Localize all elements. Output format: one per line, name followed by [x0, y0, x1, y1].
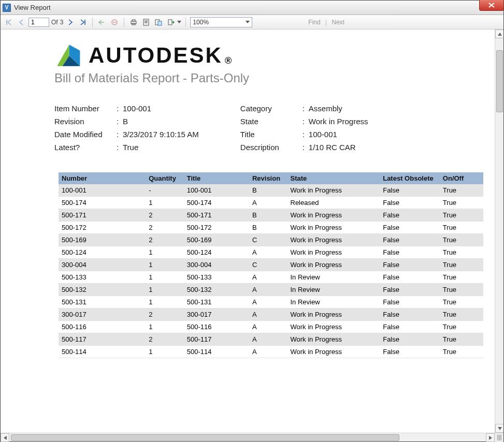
- table-row[interactable]: 500-1331500-133AIn ReviewFalseTrue: [59, 271, 483, 284]
- table-cell: False: [380, 197, 440, 209]
- table-row[interactable]: 500-1241500-124AWork in ProgressFalseTru…: [59, 246, 483, 259]
- meta-value: 1/10 RC CAR: [309, 143, 368, 152]
- table-cell: False: [380, 271, 440, 284]
- close-button[interactable]: [479, 0, 504, 11]
- table-cell: False: [380, 333, 440, 346]
- table-cell: 500-114: [184, 346, 249, 358]
- table-cell: C: [249, 259, 287, 271]
- meta-label: Category: [240, 104, 303, 113]
- vertical-scroll-thumb[interactable]: [496, 50, 503, 112]
- export-button[interactable]: [166, 17, 176, 27]
- table-cell: 2: [146, 222, 184, 234]
- resize-grip[interactable]: [495, 433, 503, 442]
- table-cell: C: [249, 234, 287, 246]
- scroll-left-button[interactable]: [1, 433, 9, 442]
- table-cell: Work in Progress: [287, 308, 380, 321]
- report-area[interactable]: AUTODESK® Bill of Materials Report - Par…: [1, 30, 495, 433]
- table-cell: 500-116: [184, 321, 249, 333]
- export-dropdown-caret-icon[interactable]: [177, 21, 181, 23]
- table-cell: 1: [146, 197, 184, 209]
- meta-grid: Item Number:100-001Revision:BDate Modifi…: [54, 104, 487, 152]
- brand-wordmark: AUTODESK®: [89, 43, 233, 68]
- table-cell: B: [249, 209, 287, 222]
- table-row[interactable]: 500-1712500-171BWork in ProgressFalseTru…: [59, 209, 483, 222]
- table-row[interactable]: 500-1321500-132AIn ReviewFalseTrue: [59, 284, 483, 296]
- export-icon: [167, 19, 175, 26]
- table-cell: False: [380, 346, 440, 358]
- table-cell: False: [380, 259, 440, 271]
- scroll-up-button[interactable]: [495, 30, 503, 38]
- table-cell: In Review: [287, 284, 380, 296]
- meta-label: Title: [240, 130, 303, 139]
- table-row[interactable]: 300-0041300-004CWork in ProgressFalseTru…: [59, 259, 483, 271]
- scroll-down-button[interactable]: [495, 424, 503, 433]
- table-row[interactable]: 500-1311500-131AIn ReviewFalseTrue: [59, 296, 483, 308]
- column-header[interactable]: Latest Obsolete: [380, 172, 440, 184]
- column-header[interactable]: Title: [184, 172, 249, 184]
- table-cell: True: [440, 284, 483, 296]
- column-header[interactable]: On/Off: [440, 172, 483, 184]
- print-layout-button[interactable]: [141, 17, 151, 27]
- table-row[interactable]: 500-1741500-174AReleasedFalseTrue: [59, 197, 483, 209]
- table-cell: False: [380, 209, 440, 222]
- prev-page-button[interactable]: [16, 17, 26, 27]
- table-cell: 500-132: [184, 284, 249, 296]
- table-cell: False: [380, 234, 440, 246]
- table-cell: 1: [146, 259, 184, 271]
- table-row[interactable]: 500-1722500-172BWork in ProgressFalseTru…: [59, 222, 483, 234]
- chevron-up-icon: [498, 33, 502, 36]
- prev-page-icon: [19, 19, 24, 25]
- table-cell: 500-174: [184, 197, 249, 209]
- table-row[interactable]: 500-1161500-116AWork in ProgressFalseTru…: [59, 321, 483, 333]
- horizontal-scroll-thumb[interactable]: [11, 434, 399, 441]
- last-page-button[interactable]: [78, 17, 88, 27]
- table-row[interactable]: 300-0172300-017AWork in ProgressFalseTru…: [59, 308, 483, 321]
- chevron-left-icon: [4, 436, 7, 440]
- table-row[interactable]: 500-1172500-117AWork in ProgressFalseTru…: [59, 333, 483, 346]
- table-cell: A: [249, 321, 287, 333]
- column-header[interactable]: State: [287, 172, 380, 184]
- svg-rect-2: [132, 20, 135, 21]
- table-cell: 500-124: [59, 246, 146, 259]
- table-cell: 300-017: [59, 308, 146, 321]
- table-cell: 100-001: [59, 184, 146, 197]
- page-setup-button[interactable]: [153, 17, 164, 27]
- scroll-right-button[interactable]: [486, 433, 495, 442]
- next-link[interactable]: Next: [332, 19, 345, 26]
- table-cell: True: [440, 234, 483, 246]
- report-viewer-window: V View Report Of 3: [0, 0, 504, 442]
- table-cell: False: [380, 246, 440, 259]
- table-cell: True: [440, 209, 483, 222]
- table-row[interactable]: 100-001-100-001BWork in ProgressFalseTru…: [59, 184, 483, 197]
- zoom-select[interactable]: 100%: [190, 17, 252, 27]
- find-link[interactable]: Find: [308, 19, 320, 26]
- table-cell: True: [440, 271, 483, 284]
- stop-icon: [111, 19, 118, 25]
- bom-table: NumberQuantityTitleRevisionStateLatest O…: [59, 172, 483, 358]
- column-header[interactable]: Number: [59, 172, 146, 184]
- horizontal-scrollbar[interactable]: [1, 433, 503, 441]
- print-button[interactable]: [128, 17, 139, 27]
- stop-button[interactable]: [109, 17, 120, 27]
- table-cell: A: [249, 296, 287, 308]
- window-title: View Report: [14, 4, 51, 11]
- back-button[interactable]: [97, 17, 107, 27]
- table-cell: A: [249, 333, 287, 346]
- next-page-button[interactable]: [65, 17, 76, 27]
- first-page-button[interactable]: [4, 17, 14, 27]
- column-header[interactable]: Revision: [249, 172, 287, 184]
- table-cell: 100-001: [184, 184, 249, 197]
- table-cell: 500-117: [184, 333, 249, 346]
- table-row[interactable]: 500-1692500-169CWork in ProgressFalseTru…: [59, 234, 483, 246]
- current-page-input[interactable]: [28, 18, 49, 27]
- vertical-scrollbar[interactable]: [495, 30, 503, 433]
- table-cell: Work in Progress: [287, 246, 380, 259]
- table-row[interactable]: 500-1141500-114AWork in ProgressFalseTru…: [59, 346, 483, 358]
- table-cell: True: [440, 321, 483, 333]
- meta-label: Date Modified: [54, 130, 117, 139]
- table-cell: 500-172: [184, 222, 249, 234]
- titlebar: V View Report: [1, 1, 503, 15]
- separator: [124, 18, 124, 27]
- column-header[interactable]: Quantity: [146, 172, 184, 184]
- table-cell: 500-114: [59, 346, 146, 358]
